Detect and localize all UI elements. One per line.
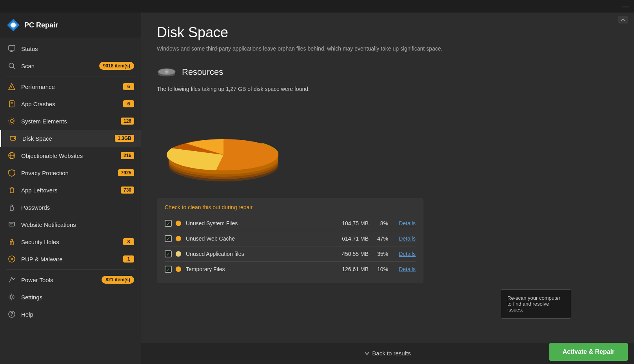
sidebar-item-disk-space[interactable]: Disk Space 1,3GB xyxy=(0,130,141,147)
rescan-tooltip: Re-scan your computer to find and resolv… xyxy=(501,289,571,319)
dot-3 xyxy=(176,266,181,272)
row-size-1: 614,71 MB xyxy=(329,235,369,242)
svg-point-16 xyxy=(14,138,15,139)
sidebar-divider-2 xyxy=(6,269,135,270)
svg-point-28 xyxy=(11,243,13,244)
sidebar-item-security-holes[interactable]: Security Holes 8 xyxy=(0,233,141,250)
objectionable-websites-badge: 216 xyxy=(121,152,134,159)
sidebar-item-status[interactable]: Status xyxy=(0,40,141,57)
details-link-1[interactable]: Details xyxy=(399,235,416,242)
check-panel-header: Check to clean this out during repair xyxy=(165,204,416,210)
check-row-3: Temporary Files 126,61 MB 10% Details xyxy=(165,262,416,277)
sidebar-item-system-elements[interactable]: System Elements 126 xyxy=(0,112,141,130)
sidebar-item-scan[interactable]: Scan 9018 item(s) xyxy=(0,57,141,74)
row-details-1: Details xyxy=(388,235,416,242)
row-details-0: Details xyxy=(388,220,416,227)
sidebar-item-settings[interactable]: Settings xyxy=(0,288,141,306)
system-elements-icon xyxy=(7,116,16,126)
sidebar-item-app-leftovers[interactable]: App Leftovers 730 xyxy=(0,181,141,199)
checkbox-0[interactable] xyxy=(165,220,172,227)
svg-point-38 xyxy=(166,71,168,73)
svg-point-14 xyxy=(9,118,15,124)
row-size-3: 126,61 MB xyxy=(329,266,369,272)
check-row-1: Unused Web Cache 614,71 MB 47% Details xyxy=(165,231,416,246)
checkbox-3[interactable] xyxy=(165,266,172,273)
sidebar-item-label-disk-space: Disk Space xyxy=(22,135,115,142)
sidebar-item-label-pup-malware: PUP & Malware xyxy=(21,256,123,263)
scroll-up-button[interactable] xyxy=(618,16,628,24)
content-area: Disk Space Windows and some third-party … xyxy=(141,13,634,364)
sidebar-item-app-crashes[interactable]: App Crashes 6 xyxy=(0,95,141,112)
sidebar-item-label-settings: Settings xyxy=(21,294,134,301)
disk-space-icon xyxy=(8,134,18,143)
check-row-0: Unused System Files 104,75 MB 8% Details xyxy=(165,216,416,231)
app-crashes-icon xyxy=(7,99,16,109)
settings-icon xyxy=(7,292,16,302)
details-link-3[interactable]: Details xyxy=(399,266,416,272)
checkbox-1[interactable] xyxy=(165,235,172,242)
svg-rect-23 xyxy=(10,207,13,210)
power-tools-icon xyxy=(7,275,16,284)
app-leftovers-icon xyxy=(7,185,16,195)
sidebar-item-label-power-tools: Power Tools xyxy=(21,277,102,283)
sidebar-item-passwords[interactable]: Passwords xyxy=(0,199,141,216)
app-crashes-badge: 6 xyxy=(123,100,134,107)
sidebar-item-help[interactable]: Help xyxy=(0,306,141,323)
sidebar-item-pup-malware[interactable]: PUP & Malware 1 xyxy=(0,250,141,268)
scan-badge: 9018 item(s) xyxy=(99,62,134,70)
sidebar-item-label-website-notifications: Website Notifications xyxy=(21,221,134,228)
sidebar-item-objectionable-websites[interactable]: Objectionable Websites 216 xyxy=(0,147,141,164)
sidebar-item-power-tools[interactable]: Power Tools 821 item(s) xyxy=(0,271,141,288)
checkbox-2[interactable] xyxy=(165,250,172,257)
dot-0 xyxy=(176,221,181,226)
check-panel: Check to clean this out during repair Un… xyxy=(157,198,423,283)
sidebar-item-label-security-holes: Security Holes xyxy=(21,239,123,245)
sidebar-item-label-app-leftovers: App Leftovers xyxy=(21,187,121,194)
svg-point-2 xyxy=(11,23,16,27)
activate-repair-button[interactable]: Activate & Repair xyxy=(549,343,628,361)
sidebar-item-label-passwords: Passwords xyxy=(21,204,134,211)
details-link-2[interactable]: Details xyxy=(399,251,416,257)
resources-header: Resources xyxy=(157,62,618,82)
svg-point-32 xyxy=(11,296,13,298)
row-pct-3: 10% xyxy=(369,266,388,272)
scan-icon xyxy=(7,61,16,71)
details-link-0[interactable]: Details xyxy=(399,220,416,226)
row-pct-2: 35% xyxy=(369,251,388,257)
sidebar-item-performance[interactable]: Performance 6 xyxy=(0,78,141,95)
content-inner: Disk Space Windows and some third-party … xyxy=(141,13,634,342)
bottom-bar: Back to results Activate & Repair xyxy=(141,342,634,364)
privacy-protection-icon xyxy=(7,168,16,177)
pup-malware-badge: 1 xyxy=(123,255,134,263)
sidebar-item-website-notifications[interactable]: Website Notifications xyxy=(0,216,141,233)
main-layout: PC Repair Status Scan 9018 item(s) xyxy=(0,13,634,364)
row-label-3: Temporary Files xyxy=(186,266,329,272)
sidebar-item-privacy-protection[interactable]: Privacy Protection 7925 xyxy=(0,164,141,181)
help-icon xyxy=(7,310,16,319)
app-logo xyxy=(6,18,20,32)
svg-rect-20 xyxy=(10,188,13,193)
sidebar-item-label-system-elements: System Elements xyxy=(21,118,121,125)
row-label-0: Unused System Files xyxy=(186,220,329,226)
resources-description: The following files taking up 1,27 GB of… xyxy=(157,86,618,92)
website-notifications-icon xyxy=(7,220,16,229)
performance-badge: 6 xyxy=(123,83,134,90)
back-to-results-button[interactable]: Back to results xyxy=(364,350,411,357)
check-panel-repair-link[interactable]: repair xyxy=(238,204,253,210)
row-label-1: Unused Web Cache xyxy=(186,235,329,242)
app-name: PC Repair xyxy=(24,21,58,29)
monitor-icon xyxy=(7,44,16,53)
passwords-icon xyxy=(7,203,16,212)
sidebar-item-label-privacy-protection: Privacy Protection xyxy=(21,170,118,176)
rescan-tooltip-text: Re-scan your computer to find and resolv… xyxy=(507,295,560,313)
sidebar: PC Repair Status Scan 9018 item(s) xyxy=(0,13,141,364)
sidebar-item-label-help: Help xyxy=(21,311,134,318)
sidebar-item-label-objectionable-websites: Objectionable Websites xyxy=(21,152,121,159)
disk-space-badge: 1,3GB xyxy=(115,135,134,142)
minimize-button[interactable]: — xyxy=(622,2,629,11)
svg-point-6 xyxy=(9,63,14,68)
system-elements-badge: 126 xyxy=(121,118,134,125)
resources-title: Resources xyxy=(182,67,223,77)
privacy-protection-badge: 7925 xyxy=(118,169,134,176)
chart-area xyxy=(157,100,618,190)
